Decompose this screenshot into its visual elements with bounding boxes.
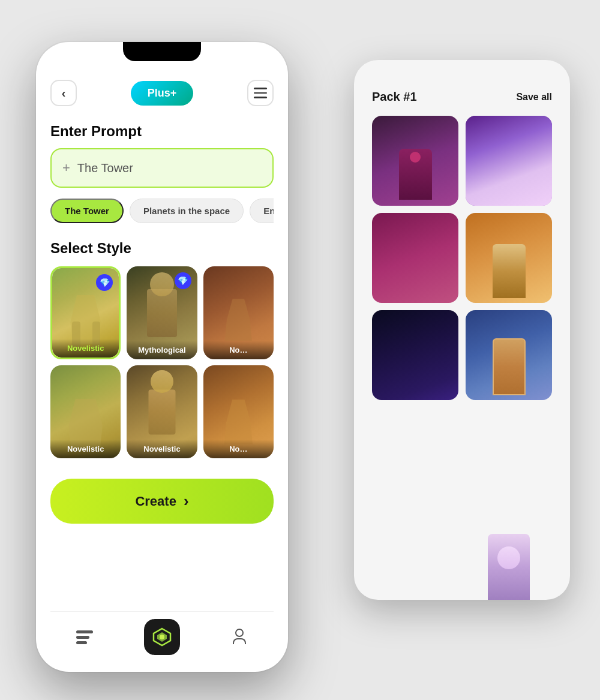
phone-notch bbox=[123, 42, 201, 61]
menu-line-1 bbox=[254, 88, 267, 89]
pack-phone: Pack #1 Save all bbox=[354, 60, 570, 600]
select-style-label: Select Style bbox=[50, 240, 274, 257]
style-label-partial-2: No… bbox=[203, 440, 274, 458]
gallery-item[interactable] bbox=[466, 116, 552, 206]
pack-header: Pack #1 Save all bbox=[366, 90, 558, 104]
gallery-item[interactable] bbox=[466, 213, 552, 303]
style-label-mythological: Mythological bbox=[127, 341, 197, 359]
enter-prompt-label: Enter Prompt bbox=[50, 123, 274, 140]
prompt-text-value: The Tower bbox=[77, 161, 133, 175]
gallery-item[interactable] bbox=[372, 310, 458, 400]
gallery-grid bbox=[366, 116, 558, 400]
tag-planets[interactable]: Planets in the space bbox=[130, 199, 244, 223]
style-label-novelistic-1: Novelistic bbox=[52, 339, 119, 357]
style-novelistic-2[interactable]: Novelistic bbox=[50, 365, 121, 458]
pack-title: Pack #1 bbox=[372, 90, 417, 104]
person-icon bbox=[231, 629, 248, 645]
menu-line-3 bbox=[254, 97, 267, 98]
style-label-partial-1: No… bbox=[203, 341, 274, 359]
prompt-input-area[interactable]: + The Tower bbox=[50, 148, 274, 188]
nav-logo[interactable] bbox=[144, 619, 180, 655]
menu-line-2 bbox=[254, 92, 267, 94]
svg-point-2 bbox=[160, 635, 164, 639]
back-button[interactable]: ‹ bbox=[50, 80, 77, 106]
create-button[interactable]: Create › bbox=[50, 479, 274, 524]
save-all-button[interactable]: Save all bbox=[516, 92, 552, 103]
top-bar: ‹ Plus+ bbox=[50, 75, 274, 106]
create-button-label: Create bbox=[135, 494, 176, 509]
logo-icon bbox=[151, 626, 173, 648]
style-mythological[interactable]: 💎 Mythological bbox=[127, 266, 197, 359]
tags-row: The Tower Planets in the space End of t… bbox=[50, 199, 274, 223]
scene: Pack #1 Save all bbox=[12, 12, 588, 700]
back-icon: ‹ bbox=[62, 86, 66, 100]
gallery-item[interactable] bbox=[372, 213, 458, 303]
tag-the-tower[interactable]: The Tower bbox=[50, 199, 124, 223]
style-novelistic-3[interactable]: Novelistic bbox=[127, 365, 197, 458]
style-partial-2[interactable]: No… bbox=[203, 365, 274, 458]
stack-icon bbox=[76, 629, 93, 645]
prompt-plus-icon: + bbox=[62, 160, 70, 176]
gallery-item[interactable] bbox=[466, 310, 552, 400]
diamond-badge-2: 💎 bbox=[175, 272, 191, 289]
style-partial-1[interactable]: No… bbox=[203, 266, 274, 359]
gallery-item[interactable] bbox=[372, 116, 458, 206]
style-label-novelistic-3: Novelistic bbox=[127, 440, 197, 458]
nav-stack[interactable] bbox=[76, 629, 93, 645]
create-button-arrow: › bbox=[184, 492, 189, 510]
nav-person[interactable] bbox=[231, 629, 248, 645]
style-label-novelistic-2: Novelistic bbox=[50, 440, 121, 458]
menu-button[interactable] bbox=[247, 80, 274, 106]
main-phone: ‹ Plus+ Enter Prompt + The Tower The Tow… bbox=[36, 42, 288, 672]
tag-end[interactable]: End of t… bbox=[250, 199, 274, 223]
plus-button[interactable]: Plus+ bbox=[131, 81, 194, 106]
bottom-nav bbox=[50, 611, 274, 660]
style-novelistic-1[interactable]: 💎 Novelistic bbox=[50, 266, 121, 359]
